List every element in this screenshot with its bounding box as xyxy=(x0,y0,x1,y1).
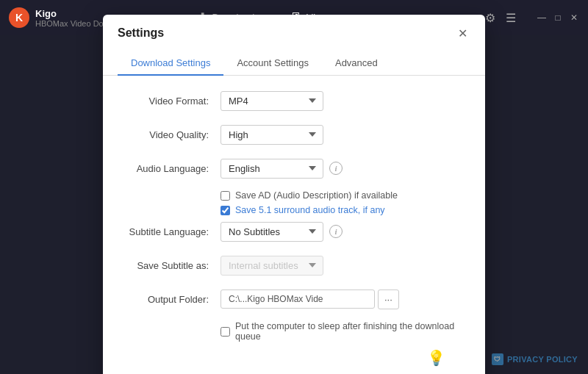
save-subtitle-row: Save Subtitle as: Internal subtitles Ext… xyxy=(125,253,463,277)
menu-icon[interactable]: ☰ xyxy=(506,11,516,25)
output-folder-input[interactable] xyxy=(220,290,375,309)
minimize-button[interactable]: — xyxy=(537,12,547,23)
save-ad-checkbox[interactable] xyxy=(220,191,230,201)
audio-language-label: Audio Language: xyxy=(125,163,220,174)
save-ad-row: Save AD (Audio Description) if available xyxy=(220,190,463,201)
subtitle-language-label: Subtitle Language: xyxy=(125,226,220,237)
maximize-button[interactable]: □ xyxy=(553,12,563,23)
video-quality-label: Video Quality: xyxy=(125,129,220,140)
video-format-label: Video Format: xyxy=(125,96,220,107)
browse-folder-button[interactable]: ··· xyxy=(378,290,399,309)
save-51-row: Save 5.1 surround audio track, if any xyxy=(220,205,463,215)
subtitle-language-select[interactable]: No Subtitles English Spanish French xyxy=(220,222,323,242)
audio-language-info-icon[interactable]: i xyxy=(329,162,343,175)
close-window-button[interactable]: ✕ xyxy=(569,12,579,23)
subtitle-language-control: No Subtitles English Spanish French i xyxy=(220,222,463,242)
sleep-row: Put the computer to sleep after finishin… xyxy=(220,321,463,342)
output-folder-label: Output Folder: xyxy=(125,294,220,305)
main-content: Settings ✕ Download Settings Account Set… xyxy=(0,35,588,374)
video-quality-select[interactable]: High Medium Low xyxy=(220,125,323,145)
output-folder-row: Output Folder: ··· xyxy=(125,287,463,311)
video-format-row: Video Format: MP4 MKV xyxy=(125,89,463,112)
subtitle-language-row: Subtitle Language: No Subtitles English … xyxy=(125,220,463,243)
app-logo: K xyxy=(9,7,29,28)
settings-icon[interactable]: ⚙ xyxy=(485,11,495,25)
audio-language-select[interactable]: English Spanish French German xyxy=(220,159,323,179)
tab-account-settings[interactable]: Account Settings xyxy=(223,51,322,76)
window-controls: — □ ✕ xyxy=(537,12,579,23)
subtitle-language-info-icon[interactable]: i xyxy=(329,225,343,238)
save-subtitle-control: Internal subtitles External subtitles xyxy=(220,256,463,276)
video-format-control: MP4 MKV xyxy=(220,91,463,111)
video-quality-row: Video Quality: High Medium Low xyxy=(125,123,463,146)
dialog-title: Settings xyxy=(118,26,164,40)
output-folder-control: ··· xyxy=(220,290,463,309)
save-ad-label[interactable]: Save AD (Audio Description) if available xyxy=(235,190,398,201)
sleep-checkbox[interactable] xyxy=(220,327,230,337)
dialog-tabs: Download Settings Account Settings Advan… xyxy=(103,46,485,76)
form-body: Video Format: MP4 MKV Video Quality: Hig… xyxy=(103,76,485,374)
dialog-header: Settings ✕ xyxy=(103,15,485,41)
dialog-close-button[interactable]: ✕ xyxy=(454,25,470,41)
save-51-label[interactable]: Save 5.1 surround audio track, if any xyxy=(235,205,385,215)
settings-dialog: Settings ✕ Download Settings Account Set… xyxy=(103,15,485,374)
folder-input-group: ··· xyxy=(220,290,399,309)
bulb-icon[interactable]: 💡 xyxy=(427,349,445,367)
video-format-select[interactable]: MP4 MKV xyxy=(220,91,323,111)
tab-download-settings[interactable]: Download Settings xyxy=(118,51,223,76)
sleep-label[interactable]: Put the computer to sleep after finishin… xyxy=(235,321,463,342)
bulb-row: 💡 xyxy=(125,349,463,367)
save-subtitle-select[interactable]: Internal subtitles External subtitles xyxy=(220,256,323,276)
audio-language-row: Audio Language: English Spanish French G… xyxy=(125,157,463,180)
app-name: Kigo xyxy=(35,8,57,19)
modal-overlay: Settings ✕ Download Settings Account Set… xyxy=(0,35,588,374)
audio-language-control: English Spanish French German i xyxy=(220,159,463,179)
save-subtitle-label: Save Subtitle as: xyxy=(125,260,220,271)
tab-advanced[interactable]: Advanced xyxy=(322,51,391,76)
video-quality-control: High Medium Low xyxy=(220,125,463,145)
titlebar-actions: ⚙ ☰ — □ ✕ xyxy=(485,11,579,25)
save-51-checkbox[interactable] xyxy=(220,206,230,215)
